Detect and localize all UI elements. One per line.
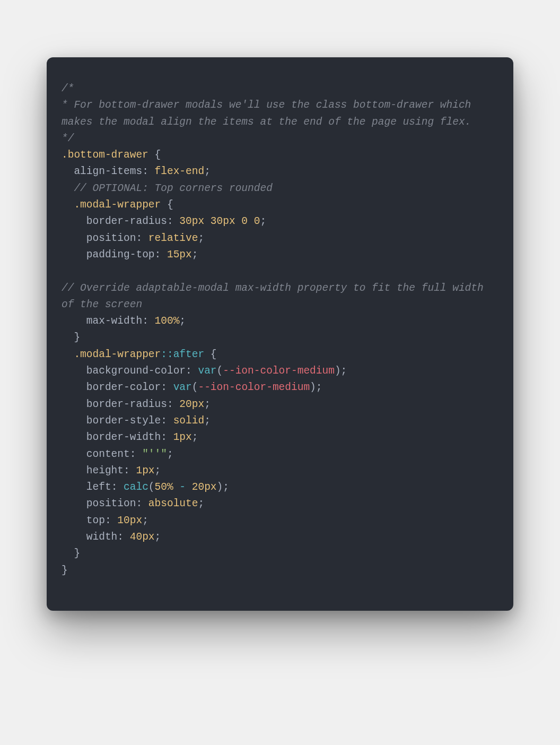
code-token: ; xyxy=(142,515,148,526)
code-token: 10px xyxy=(117,515,142,526)
code-token: : xyxy=(142,166,154,177)
code-token: { xyxy=(148,149,161,161)
code-token: 20px xyxy=(179,399,204,410)
code-token: height xyxy=(86,465,124,477)
code-token: : xyxy=(136,498,148,509)
code-token: .modal-wrapper xyxy=(74,199,161,211)
code-token: top xyxy=(86,515,105,526)
code-token: 30px 30px 0 0 xyxy=(179,215,260,227)
code-token: } xyxy=(62,565,68,576)
code-token: : xyxy=(130,448,142,460)
code-token: position xyxy=(86,232,136,244)
code-token: // Override adaptable-modal max-width pr… xyxy=(62,282,489,310)
code-token: ; xyxy=(167,448,173,460)
code-token: } xyxy=(74,332,80,343)
code-token: { xyxy=(161,199,173,211)
code-token: --ion-color-medium xyxy=(198,382,310,393)
code-token: border-color xyxy=(86,382,161,393)
code-block[interactable]: /* * For bottom-drawer modals we'll use … xyxy=(62,81,498,579)
code-token: background-color xyxy=(86,365,186,377)
code-token: ; xyxy=(198,232,204,244)
code-token: : xyxy=(142,315,154,327)
code-token: left xyxy=(86,481,111,493)
code-token: 20px xyxy=(192,481,217,493)
code-token: max-width xyxy=(86,315,142,327)
code-token: 100% xyxy=(155,315,180,327)
code-token: "''" xyxy=(142,448,167,460)
code-token: ( xyxy=(148,481,155,493)
code-token: : xyxy=(111,481,124,493)
code-token: : xyxy=(186,365,198,377)
code-token: */ xyxy=(62,133,74,144)
code-token: ; xyxy=(155,531,161,543)
code-token: 15px xyxy=(167,249,192,261)
page-stage: /* * For bottom-drawer modals we'll use … xyxy=(0,0,560,745)
code-token: : xyxy=(124,465,136,477)
code-token: border-style xyxy=(86,415,161,427)
code-token: content xyxy=(86,448,130,460)
code-token: 1px xyxy=(136,465,154,477)
code-token: 1px xyxy=(173,431,192,443)
code-token: ); xyxy=(310,382,322,393)
code-token: : xyxy=(117,531,129,543)
code-token: : xyxy=(161,415,173,427)
code-token: ; xyxy=(179,315,186,327)
code-token: ( xyxy=(217,365,223,377)
code-token: .bottom-drawer xyxy=(62,149,148,161)
code-token: position xyxy=(86,498,136,509)
code-token: } xyxy=(74,548,80,559)
code-token: ); xyxy=(335,365,347,377)
code-token: ; xyxy=(192,431,198,443)
code-token: width xyxy=(86,531,118,543)
code-token: calc xyxy=(124,481,148,493)
code-token: --ion-color-medium xyxy=(223,365,335,377)
code-token: : xyxy=(167,215,179,227)
code-token: ::after xyxy=(161,349,204,360)
code-token: { xyxy=(204,349,216,360)
code-token: * For bottom-drawer modals we'll use the… xyxy=(62,99,477,127)
code-token: // OPTIONAL: Top corners rounded xyxy=(74,183,272,194)
code-token: padding-top xyxy=(86,249,155,261)
code-token: ); xyxy=(217,481,229,493)
code-token: - xyxy=(173,481,192,493)
code-token: border-radius xyxy=(86,399,167,410)
code-token: var xyxy=(198,365,216,377)
code-token: : xyxy=(167,399,179,410)
code-token: ; xyxy=(260,215,266,227)
code-token: relative xyxy=(148,232,198,244)
code-token: ; xyxy=(198,498,204,509)
code-token: absolute xyxy=(148,498,198,509)
code-token: solid xyxy=(173,415,205,427)
code-token: : xyxy=(161,382,173,393)
code-token: flex-end xyxy=(155,166,205,177)
code-token: align-items xyxy=(74,166,142,177)
code-token: ; xyxy=(204,399,211,410)
code-token: border-radius xyxy=(86,215,167,227)
code-token: ; xyxy=(204,166,211,177)
code-card: /* * For bottom-drawer modals we'll use … xyxy=(47,57,513,611)
code-token: : xyxy=(105,515,117,526)
code-token: .modal-wrapper xyxy=(74,349,161,360)
code-token: 40px xyxy=(130,531,155,543)
code-token: : xyxy=(136,232,148,244)
code-token: /* xyxy=(62,83,74,94)
code-token: ( xyxy=(192,382,198,393)
code-token: : xyxy=(155,249,167,261)
code-token: : xyxy=(161,431,173,443)
code-token: var xyxy=(173,382,192,393)
code-token: 50% xyxy=(155,481,173,493)
code-token: ; xyxy=(204,415,211,427)
code-token: ; xyxy=(192,249,198,261)
code-token: ; xyxy=(155,465,161,477)
code-token: border-width xyxy=(86,431,161,443)
